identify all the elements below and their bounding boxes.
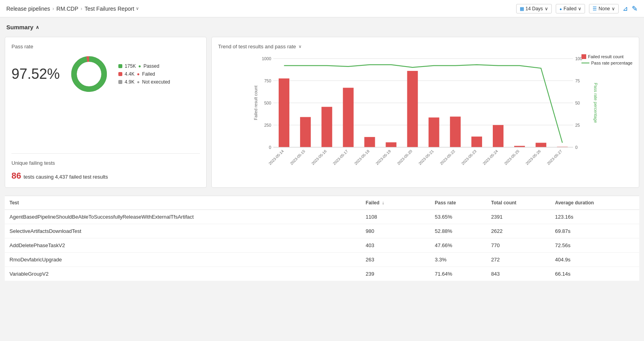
failed-dot (118, 72, 122, 76)
unique-failing-count: 86 (11, 171, 21, 181)
unique-failing-title: Unique failing tests (11, 160, 200, 166)
svg-text:Failed result count: Failed result count (253, 86, 258, 120)
pass-rate-content: 97.52% (11, 54, 200, 94)
pass-rate-card: Pass rate 97.52% (11, 44, 200, 147)
table-row[interactable]: AddDeletePhaseTaskV2 403 47.66% 770 72.5… (5, 238, 639, 253)
legend-pass-rate: Pass rate percentage (581, 61, 633, 65)
table-row[interactable]: VariableGroupV2 239 71.64% 843 66.14s (5, 267, 639, 281)
chart-legend: Failed result count Pass rate percentage (581, 54, 633, 65)
group-filter-button[interactable]: ☰ None ∨ (589, 4, 619, 13)
filter-button[interactable]: ⊿ (623, 5, 628, 12)
svg-text:500: 500 (264, 101, 271, 105)
left-card: Pass rate 97.52% (5, 37, 207, 188)
svg-text:100: 100 (575, 56, 582, 61)
legend-item-passed: 175K ● Passed (118, 63, 170, 69)
unique-failing-description: tests causing 4,437 failed test results (23, 174, 108, 180)
unique-failing-card: Unique failing tests 86tests causing 4,4… (11, 160, 200, 181)
breadcrumb-item-3[interactable]: Test Failures Report ∨ (85, 6, 139, 12)
cell-total: 2391 (486, 210, 550, 224)
cell-failed: 980 (361, 224, 413, 238)
cell-pass-rate: 47.66% (430, 238, 486, 253)
top-bar: Release pipelines › RM.CDP › Test Failur… (0, 0, 644, 17)
col-pass-rate: Pass rate (430, 196, 486, 210)
breadcrumb-item-2[interactable]: RM.CDP (57, 6, 78, 12)
svg-rect-27 (343, 88, 353, 147)
cell-empty (412, 210, 430, 224)
edit-icon[interactable]: ✎ (632, 4, 638, 13)
cell-empty (412, 224, 430, 238)
group-caret-icon: ∨ (612, 6, 615, 11)
breadcrumb-sep-1: › (53, 6, 54, 11)
svg-rect-33 (407, 71, 418, 147)
cell-test: AgentBasedPipelineShouldBeAbleToSuccessf… (5, 210, 361, 224)
legend-item-failed: 4.4K ● Failed (118, 71, 170, 77)
cell-test: AddDeletePhaseTaskV2 (5, 238, 361, 253)
days-filter-button[interactable]: ▦ 14 Days ∨ (516, 4, 552, 13)
pass-rate-title: Pass rate (11, 44, 200, 50)
svg-rect-45 (536, 143, 546, 147)
svg-text:2023-05-19: 2023-05-19 (375, 149, 391, 166)
svg-rect-37 (450, 116, 461, 147)
svg-text:Pass rate percentage: Pass rate percentage (593, 83, 598, 123)
svg-rect-39 (471, 137, 482, 147)
svg-text:250: 250 (264, 123, 271, 128)
trend-chart-card: Trend of test results and pass rate ∨ Fa… (211, 37, 639, 188)
cell-empty (412, 267, 430, 281)
status-caret-icon: ∨ (578, 6, 581, 11)
main-content: Summary ∧ Pass rate 97.52% (0, 17, 644, 281)
table-row[interactable]: SelectiveArtifactsDownloadTest 980 52.88… (5, 224, 639, 238)
cell-avg-duration: 404.9s (550, 253, 639, 267)
col-empty (412, 196, 430, 210)
cell-avg-duration: 66.14s (550, 267, 639, 281)
summary-section: Summary ∧ Pass rate 97.52% (0, 17, 644, 191)
cell-test: RmoDevfabricUpgrade (5, 253, 361, 267)
col-avg-duration: Average duration (550, 196, 639, 210)
legend-pass-line (581, 63, 589, 63)
cell-failed: 239 (361, 267, 413, 281)
svg-text:2023-05-20: 2023-05-20 (396, 149, 413, 166)
summary-collapse-icon: ∧ (36, 25, 39, 30)
svg-text:2023-05-23: 2023-05-23 (460, 149, 477, 166)
cell-total: 272 (486, 253, 550, 267)
status-filter-button[interactable]: ⬥ Failed ∨ (556, 4, 585, 13)
results-table: Test Failed ↓ Pass rate Total count Aver… (5, 196, 639, 281)
svg-text:0: 0 (575, 145, 578, 150)
breadcrumb-item-1[interactable]: Release pipelines (6, 6, 50, 12)
summary-title: Summary (6, 24, 33, 30)
cell-empty (412, 238, 430, 253)
cell-pass-rate: 3.3% (430, 253, 486, 267)
cell-total: 843 (486, 267, 550, 281)
days-caret-icon: ∨ (545, 6, 548, 11)
col-total: Total count (486, 196, 550, 210)
table-row[interactable]: RmoDevfabricUpgrade 263 3.3% 272 404.9s (5, 253, 639, 267)
svg-text:0: 0 (269, 145, 271, 150)
not-executed-dot (118, 80, 122, 84)
table-body: AgentBasedPipelineShouldBeAbleToSuccessf… (5, 210, 639, 281)
trend-svg: 02505007501000Failed result count0255075… (218, 54, 633, 181)
svg-text:750: 750 (264, 78, 271, 83)
svg-text:75: 75 (575, 78, 580, 83)
svg-text:2023-05-25: 2023-05-25 (503, 149, 520, 166)
svg-text:25: 25 (575, 123, 580, 128)
legend-item-not-executed: 4.9K ● Not executed (118, 79, 170, 85)
chart-area: Failed result count Pass rate percentage… (218, 54, 633, 181)
svg-text:50: 50 (575, 101, 580, 105)
donut-svg (69, 54, 109, 94)
passed-dot (118, 64, 122, 68)
cell-pass-rate: 52.88% (430, 224, 486, 238)
summary-header[interactable]: Summary ∧ (5, 21, 639, 34)
breadcrumb-caret-icon: ∨ (136, 6, 139, 11)
pass-rate-percentage: 97.52% (11, 66, 60, 82)
svg-rect-29 (364, 137, 375, 147)
col-test: Test (5, 196, 361, 210)
svg-rect-23 (300, 117, 311, 147)
table-row[interactable]: AgentBasedPipelineShouldBeAbleToSuccessf… (5, 210, 639, 224)
table-header-row: Test Failed ↓ Pass rate Total count Aver… (5, 196, 639, 210)
svg-text:2023-05-24: 2023-05-24 (482, 149, 499, 166)
svg-text:1000: 1000 (262, 56, 271, 61)
legend-failed-box (581, 54, 586, 59)
cell-test: SelectiveArtifactsDownloadTest (5, 224, 361, 238)
svg-text:2023-05-14: 2023-05-14 (268, 149, 285, 166)
svg-rect-25 (321, 107, 332, 147)
cards-row: Pass rate 97.52% (5, 37, 639, 188)
